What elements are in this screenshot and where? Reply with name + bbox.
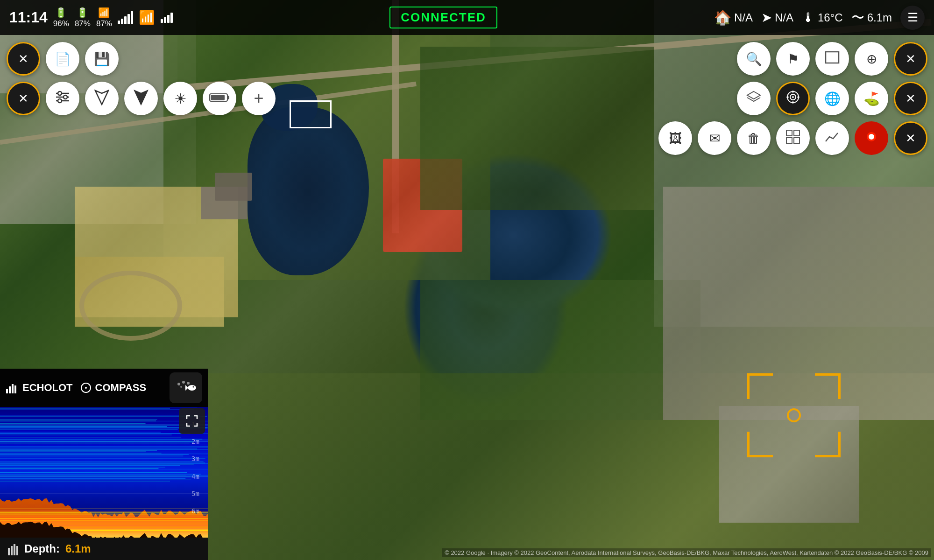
echolot-tab[interactable]: ECHOLOT — [6, 382, 73, 394]
svg-point-5 — [58, 99, 62, 103]
svg-rect-9 — [227, 96, 229, 99]
svg-point-34 — [187, 382, 190, 385]
temp-value: 16°C — [818, 11, 843, 24]
fish-finder-button[interactable] — [170, 372, 202, 403]
toolbar-left-row1: ✕ 📄 💾 — [7, 42, 119, 76]
battery1-icon: 🔋 96% — [53, 7, 69, 28]
svg-rect-21 — [794, 130, 800, 136]
record-button[interactable] — [855, 121, 888, 155]
home-value: N/A — [734, 11, 753, 24]
depth-value-display: 6.1m — [65, 542, 91, 555]
svg-point-35 — [180, 386, 182, 388]
nav-icon: ➤ — [761, 10, 772, 25]
new-file-button[interactable]: 📄 — [46, 42, 79, 76]
compass-label: COMPASS — [95, 382, 147, 394]
temp-icon: 🌡 — [802, 10, 815, 25]
bracket-top-left — [747, 373, 773, 399]
trash-button[interactable]: 🗑 — [737, 121, 771, 155]
battery2-icon: 🔋 87% — [75, 7, 91, 28]
expand-area — [179, 408, 205, 434]
status-left: 11:14 🔋 96% 🔋 87% 📶 87% 📶 — [9, 7, 173, 28]
trash-icon: 🗑 — [747, 131, 760, 146]
layers-icon — [746, 91, 761, 107]
battery1-label: 96% — [53, 19, 69, 28]
add-button[interactable]: + — [242, 82, 276, 115]
drone-target-overlay — [747, 373, 841, 457]
expand-button[interactable] — [179, 408, 205, 434]
depth-footer: Depth: 6.1m — [0, 538, 208, 560]
layers-button[interactable] — [737, 82, 771, 115]
echolot-panel: ECHOLOT COMPASS — [0, 369, 208, 560]
flag-button[interactable]: ⚑ — [776, 42, 810, 76]
globe-button[interactable]: ⊕ — [855, 42, 888, 76]
mail-button[interactable]: ✉ — [698, 121, 731, 155]
battery3-label: 87% — [96, 19, 112, 28]
settings-button[interactable] — [46, 82, 79, 115]
close-button-r2[interactable]: ✕ — [894, 82, 927, 115]
grid-icon — [786, 130, 800, 147]
map-type-button[interactable]: 🌐 — [815, 82, 849, 115]
bracket-bottom-right — [815, 432, 841, 457]
sliders-icon — [55, 91, 70, 107]
signal-icon — [118, 11, 133, 24]
record-icon — [865, 130, 878, 147]
svg-point-32 — [177, 383, 180, 385]
svg-rect-42 — [14, 544, 15, 555]
svg-rect-27 — [9, 386, 11, 393]
waypoint1-button[interactable] — [85, 82, 119, 115]
compass-tab[interactable]: COMPASS — [80, 382, 147, 394]
close-button-r3[interactable]: ✕ — [894, 121, 927, 155]
globe-icon: ⊕ — [866, 51, 877, 67]
depth-icon: 〜 — [851, 9, 864, 27]
file-icon: 📄 — [55, 51, 71, 67]
save-button[interactable]: 💾 — [85, 42, 119, 76]
depth-status: 〜 6.1m — [851, 9, 892, 27]
pin-button[interactable]: ⛳ — [855, 82, 888, 115]
connected-badge: CONNECTED — [389, 7, 497, 28]
search-icon: 🔍 — [746, 51, 762, 67]
toolbar-right-row3: 🖼 ✉ 🗑 ✕ — [658, 121, 927, 155]
lake-selection — [290, 100, 332, 128]
time-display: 11:14 — [9, 9, 48, 26]
flag-icon: ⚑ — [787, 51, 799, 67]
chart-button[interactable] — [815, 121, 849, 155]
photo-button[interactable]: 🖼 — [658, 121, 692, 155]
svg-rect-10 — [211, 95, 225, 100]
grid-button[interactable] — [776, 121, 810, 155]
svg-rect-29 — [14, 385, 16, 393]
rectangle-button[interactable] — [815, 42, 849, 76]
close-icon-r3: ✕ — [906, 131, 916, 146]
close-icon-r1: ✕ — [906, 52, 916, 66]
add-icon: + — [254, 89, 263, 108]
battery-mode-button[interactable] — [203, 82, 236, 115]
toolbar-right-row1: 🔍 ⚑ ⊕ ✕ — [737, 42, 927, 76]
waypoint2-button[interactable] — [124, 82, 158, 115]
photo-icon: 🖼 — [669, 131, 682, 146]
map-type-icon: 🌐 — [824, 91, 841, 106]
brightness-button[interactable]: ☀ — [163, 82, 197, 115]
toolbar-right-row2: 🌐 ⛳ ✕ — [737, 82, 927, 115]
svg-point-31 — [85, 387, 87, 389]
menu-icon: ☰ — [907, 10, 918, 25]
target-icon — [785, 90, 800, 108]
close-button-r1[interactable]: ✕ — [894, 42, 927, 76]
svg-marker-7 — [134, 91, 148, 105]
svg-marker-38 — [185, 385, 188, 391]
sonar-display — [0, 407, 208, 538]
target-button[interactable] — [776, 82, 810, 115]
svg-rect-28 — [12, 384, 14, 393]
close-icon-r2: ✕ — [906, 91, 916, 106]
menu-button[interactable]: ☰ — [900, 6, 925, 30]
close-icon-1: ✕ — [18, 52, 28, 66]
save-icon: 💾 — [94, 51, 110, 67]
svg-point-1 — [58, 91, 62, 95]
battery3-icon: 📶 87% — [96, 7, 112, 28]
svg-marker-12 — [747, 91, 760, 99]
close-button-1[interactable]: ✕ — [7, 42, 40, 76]
search-button[interactable]: 🔍 — [737, 42, 771, 76]
close-button-2[interactable]: ✕ — [7, 82, 40, 115]
waypoint1-icon — [94, 89, 109, 109]
status-center: CONNECTED — [173, 7, 714, 28]
bracket-top-right — [815, 373, 841, 399]
svg-point-25 — [869, 134, 874, 140]
